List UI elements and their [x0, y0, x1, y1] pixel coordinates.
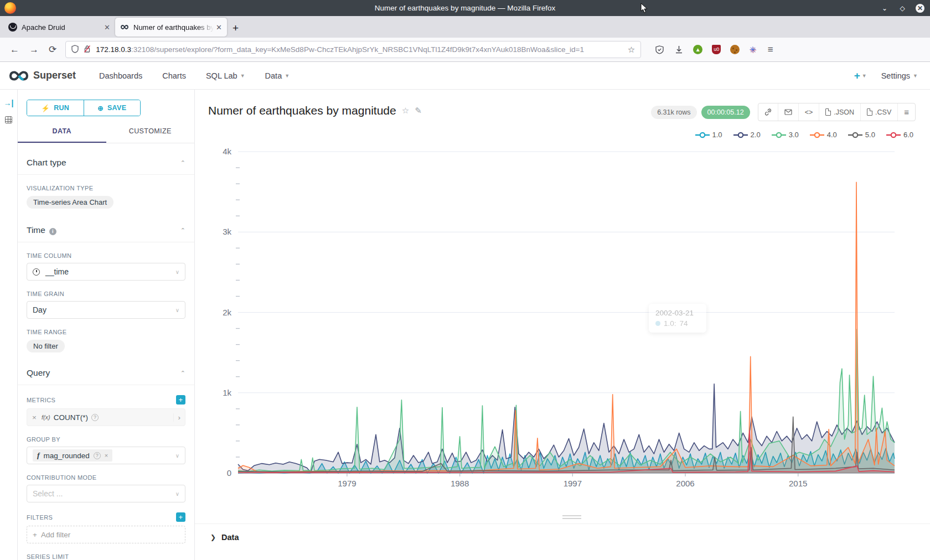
email-button[interactable] [778, 103, 799, 121]
collapse-panel-icon[interactable]: →| [4, 98, 14, 107]
time-range-pill[interactable]: No filter [27, 340, 65, 352]
bookmark-star-icon[interactable]: ☆ [628, 45, 635, 55]
function-icon: f [37, 451, 40, 460]
firefox-logo-icon [4, 2, 16, 14]
tooltip-date: 2002-03-21 [655, 309, 700, 317]
tab-apache-druid[interactable]: Apache Druid ✕ [3, 18, 115, 37]
chevron-up-icon: ⌃ [180, 159, 185, 167]
druid-favicon [8, 23, 17, 32]
insecure-lock-icon[interactable] [84, 45, 91, 55]
run-button[interactable]: ⚡RUN [27, 100, 84, 116]
lightning-icon: ⚡ [41, 104, 50, 112]
clock-icon [33, 268, 40, 276]
favorite-star-icon[interactable]: ☆ [402, 106, 409, 116]
chart-main-area: Numer of earthquakes by magnitude ☆ ✎ 6.… [195, 90, 930, 560]
envelope-icon [784, 109, 792, 115]
nav-dashboards[interactable]: Dashboards [99, 71, 142, 80]
minimize-button[interactable]: ⌄ [880, 4, 889, 13]
embed-code-button[interactable]: <> [799, 103, 820, 121]
edit-title-icon[interactable]: ✎ [415, 106, 422, 116]
superset-favicon [120, 23, 129, 32]
nav-charts[interactable]: Charts [162, 71, 186, 80]
time-grain-select[interactable]: Day ∨ [27, 301, 185, 319]
add-metric-button[interactable]: + [176, 395, 185, 405]
forward-button[interactable]: → [29, 44, 39, 55]
plus-icon: + [33, 531, 37, 539]
restore-button[interactable]: ◇ [898, 4, 907, 13]
chevron-down-icon: ∨ [175, 491, 179, 497]
time-range-label: TIME RANGE [27, 329, 185, 335]
chart-tooltip: 2002-03-21 1.0:74 [649, 304, 706, 333]
window-titlebar: Numer of earthquakes by magnitude — Mozi… [0, 0, 930, 16]
chevron-down-icon: ▼ [862, 73, 867, 79]
export-csv-button[interactable]: .CSV [861, 103, 898, 121]
download-icon[interactable] [674, 45, 684, 55]
window-title: Numer of earthquakes by magnitude — Mozi… [0, 4, 930, 12]
cookie-extension-icon[interactable] [730, 45, 740, 54]
plus-circle-icon: ⊕ [97, 104, 104, 112]
nav-data[interactable]: Data▼ [265, 71, 290, 80]
metric-chip[interactable]: × f(x)COUNT(*)? › [27, 408, 185, 426]
tab-earthquakes[interactable]: Numer of earthquakes by m ✕ [115, 18, 227, 37]
new-tab-button[interactable]: + [232, 22, 239, 34]
superset-logo[interactable]: Superset [8, 69, 76, 82]
timeseries-chart[interactable]: 01k2k3k4k19791988199720062015 [195, 133, 914, 511]
resize-grip[interactable] [562, 514, 581, 519]
data-panel-toggle[interactable]: ❯ Data [195, 523, 930, 542]
metrics-label: METRICS+ [27, 395, 185, 405]
remove-chip-icon[interactable]: × [105, 452, 108, 459]
add-filter-plus-button[interactable]: + [176, 512, 185, 522]
remove-metric-icon[interactable]: × [27, 413, 42, 422]
svg-text:2006: 2006 [676, 479, 694, 488]
chevron-down-icon: ▼ [913, 73, 918, 79]
expand-metric-icon[interactable]: › [173, 413, 185, 422]
help-icon: ? [94, 452, 101, 459]
series-dot-icon [655, 321, 660, 326]
save-button[interactable]: ⊕SAVE [84, 100, 141, 116]
export-json-button[interactable]: .JSON [819, 103, 861, 121]
group-by-chip[interactable]: f mag_rounded ? × [33, 449, 112, 462]
close-tab-icon[interactable]: ✕ [216, 23, 222, 32]
help-icon: ? [91, 414, 99, 421]
nav-sql-lab[interactable]: SQL Lab▼ [206, 71, 245, 80]
query-timer-badge: 00:00:05.12 [701, 106, 750, 119]
add-filter-box[interactable]: +Add filter [27, 526, 185, 543]
svg-text:2k: 2k [223, 308, 231, 317]
svg-text:0: 0 [227, 468, 231, 478]
ublock-icon[interactable]: u0 [712, 45, 721, 54]
url-text[interactable]: 172.18.0.3:32108/superset/explore/?form_… [96, 45, 628, 54]
time-section-header[interactable]: Timei ⌃ [27, 225, 185, 235]
container-extension-icon[interactable]: ✳ [749, 45, 756, 55]
chart-type-section-header[interactable]: Chart type⌃ [27, 158, 185, 168]
url-bar[interactable]: 172.18.0.3:32108/superset/explore/?form_… [65, 41, 641, 58]
reload-button[interactable]: ⟳ [49, 44, 56, 55]
copy-link-button[interactable] [758, 103, 778, 121]
privacy-badger-icon[interactable]: ▲ [693, 45, 702, 54]
pocket-shield-icon[interactable] [654, 45, 664, 55]
viz-type-pill[interactable]: Time-series Area Chart [27, 196, 113, 209]
time-column-label: TIME COLUMN [27, 252, 185, 259]
query-section-header[interactable]: Query⌃ [27, 368, 185, 378]
settings-menu[interactable]: Settings▼ [881, 71, 918, 80]
filters-label: FILTERS+ [27, 512, 185, 522]
group-by-select[interactable]: f mag_rounded ? × ∨ [27, 447, 185, 464]
tab-data[interactable]: DATA [18, 127, 106, 143]
datasource-grid-icon[interactable] [5, 116, 12, 123]
file-icon [867, 108, 872, 116]
time-column-select[interactable]: __time ∨ [27, 263, 185, 281]
contribution-mode-select[interactable]: Select ... ∨ [27, 485, 185, 502]
tab-customize[interactable]: CUSTOMIZE [106, 127, 195, 143]
close-button[interactable]: ✕ [916, 4, 924, 13]
close-tab-icon[interactable]: ✕ [104, 23, 110, 32]
chevron-up-icon: ⌃ [180, 370, 185, 377]
svg-text:1988: 1988 [451, 479, 469, 488]
chart-control-panel: ⚡RUN ⊕SAVE DATA CUSTOMIZE Chart type⌃ VI… [18, 90, 195, 560]
shield-icon[interactable] [71, 45, 79, 55]
new-item-button[interactable]: +▼ [854, 70, 867, 82]
chart-menu-button[interactable]: ≡ [898, 103, 915, 121]
menu-icon[interactable]: ≡ [766, 45, 776, 55]
chevron-down-icon: ∨ [175, 453, 179, 459]
viz-type-label: VISUALIZATION TYPE [27, 185, 185, 191]
left-icon-rail: →| [0, 90, 18, 560]
back-button[interactable]: ← [10, 44, 19, 55]
